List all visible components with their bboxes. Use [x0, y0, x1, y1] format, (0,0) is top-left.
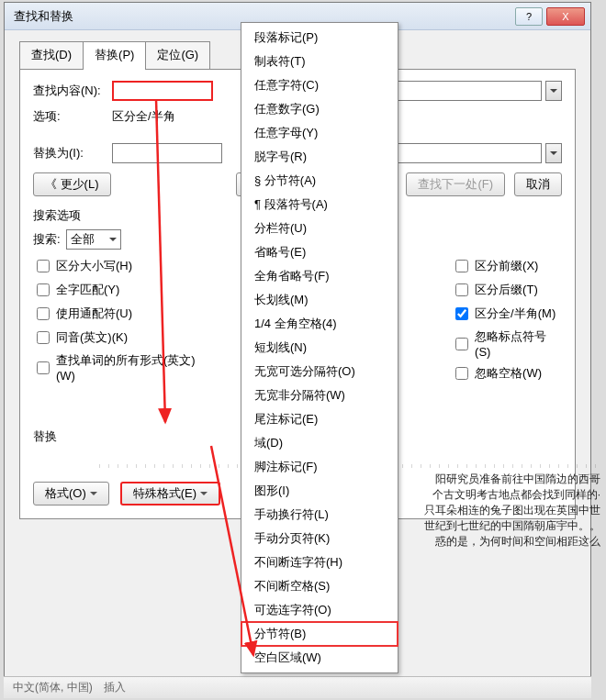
replace-input-a[interactable] — [112, 143, 222, 163]
menu-item-20[interactable]: 手动换行符(L) — [241, 503, 398, 527]
title-text: 查找和替换 — [14, 8, 73, 25]
find-history-drop[interactable] — [545, 81, 562, 101]
check-left-0[interactable]: 区分大小写(H) — [33, 257, 214, 275]
menu-item-25[interactable]: 分节符(B) — [241, 622, 398, 646]
format-button-label: 格式(O) — [45, 485, 86, 502]
menu-item-8[interactable]: 分栏符(U) — [241, 217, 398, 240]
tab-goto[interactable]: 定位(G) — [145, 41, 210, 69]
menu-item-18[interactable]: 脚注标记(F) — [241, 455, 398, 479]
chevron-down-icon — [90, 492, 97, 499]
menu-item-22[interactable]: 不间断连字符(H) — [241, 550, 398, 574]
less-button[interactable]: 《 更少(L) — [33, 172, 111, 196]
check-right-3[interactable]: 忽略标点符号(S) — [452, 328, 562, 359]
chevron-down-icon — [109, 238, 117, 245]
menu-item-19[interactable]: 图形(I) — [241, 479, 398, 503]
menu-item-13[interactable]: 短划线(N) — [241, 336, 398, 360]
search-direction-select[interactable]: 全部 — [66, 229, 121, 250]
check-left-1[interactable]: 全字匹配(Y) — [33, 281, 214, 299]
menu-item-1[interactable]: 制表符(T) — [241, 50, 398, 73]
menu-item-12[interactable]: 1/4 全角空格(4) — [241, 312, 398, 336]
menu-item-4[interactable]: 任意字母(Y) — [241, 121, 398, 145]
replace-input[interactable] — [391, 143, 542, 163]
status-mode: 插入 — [104, 680, 126, 695]
menu-item-6[interactable]: § 分节符(A) — [241, 169, 398, 193]
menu-item-17[interactable]: 域(D) — [241, 431, 398, 455]
menu-item-26[interactable]: 空白区域(W) — [241, 646, 398, 670]
format-button[interactable]: 格式(O) — [33, 482, 109, 506]
search-direction-value: 全部 — [71, 231, 95, 248]
options-label: 选项: — [33, 108, 107, 125]
check-right-1[interactable]: 区分后缀(T) — [452, 281, 562, 299]
find-input-ext[interactable] — [391, 81, 542, 101]
menu-item-11[interactable]: 长划线(M) — [241, 288, 398, 312]
menu-item-23[interactable]: 不间断空格(S) — [241, 574, 398, 598]
tab-find[interactable]: 查找(D) — [19, 41, 84, 69]
menu-item-9[interactable]: 省略号(E) — [241, 240, 398, 264]
window-controls: ? X — [515, 7, 585, 26]
options-value: 区分全/半角 — [112, 108, 175, 125]
left-checks: 区分大小写(H)全字匹配(Y)使用通配符(U)同音(英文)(K)查找单词的所有形… — [33, 257, 214, 383]
menu-item-7[interactable]: ¶ 段落符号(A) — [241, 193, 398, 217]
cancel-button[interactable]: 取消 — [514, 172, 562, 196]
check-right-0[interactable]: 区分前缀(X) — [452, 257, 562, 275]
special-format-menu[interactable]: 段落标记(P)制表符(T)任意字符(C)任意数字(G)任意字母(Y)脱字号(R)… — [241, 22, 398, 673]
replace-label: 替换为(I): — [33, 145, 107, 161]
check-left-4[interactable]: 查找单词的所有形式(英文)(W) — [33, 352, 214, 383]
menu-item-2[interactable]: 任意字符(C) — [241, 73, 398, 97]
menu-item-16[interactable]: 尾注标记(E) — [241, 407, 398, 431]
menu-item-3[interactable]: 任意数字(G) — [241, 97, 398, 121]
menu-item-10[interactable]: 全角省略号(F) — [241, 264, 398, 288]
replace-history-drop[interactable] — [545, 143, 562, 163]
menu-item-24[interactable]: 可选连字符(O) — [241, 598, 398, 622]
find-input[interactable] — [112, 81, 213, 101]
tab-replace[interactable]: 替换(P) — [83, 41, 146, 69]
menu-item-14[interactable]: 无宽可选分隔符(O) — [241, 360, 398, 383]
menu-item-5[interactable]: 脱字号(R) — [241, 145, 398, 169]
menu-item-0[interactable]: 段落标记(P) — [241, 26, 398, 50]
help-button[interactable]: ? — [515, 7, 543, 26]
menu-item-15[interactable]: 无宽非分隔符(W) — [241, 383, 398, 407]
check-left-2[interactable]: 使用通配符(U) — [33, 305, 214, 323]
find-label: 查找内容(N): — [33, 83, 107, 99]
check-right-4[interactable]: 忽略空格(W) — [452, 364, 562, 383]
statusbar: 中文(简体, 中国) 插入 — [4, 676, 591, 698]
find-next-button[interactable]: 查找下一处(F) — [406, 172, 505, 196]
search-direction-label: 搜索: — [33, 231, 61, 248]
close-button[interactable]: X — [546, 7, 585, 26]
check-right-2[interactable]: 区分全/半角(M) — [452, 305, 562, 323]
status-language: 中文(简体, 中国) — [13, 680, 93, 695]
menu-item-21[interactable]: 手动分页符(K) — [241, 527, 398, 550]
right-checks: 区分前缀(X)区分后缀(T)区分全/半角(M)忽略标点符号(S)忽略空格(W) — [452, 257, 562, 383]
check-left-3[interactable]: 同音(英文)(K) — [33, 328, 214, 347]
